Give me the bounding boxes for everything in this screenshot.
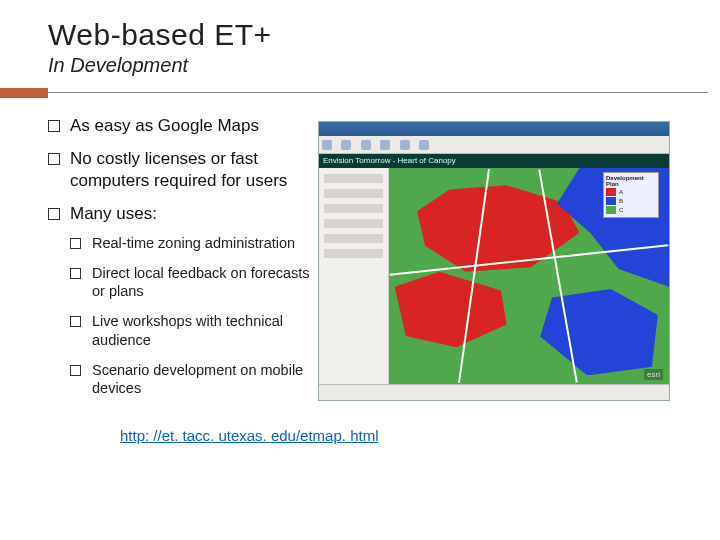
map-banner: Envision Tomorrow - Heart of Canopy (319, 154, 669, 168)
sub-bullet-item: Direct local feedback on forecasts or pl… (70, 264, 310, 300)
legend-swatch (606, 188, 616, 196)
sidebar-row (324, 174, 383, 183)
sub-bullet-text: Real-time zoning administration (92, 235, 295, 251)
legend-row: A (606, 188, 656, 196)
bullet-text: As easy as Google Maps (70, 116, 259, 135)
sub-bullet-item: Real-time zoning administration (70, 234, 310, 252)
sidebar-row (324, 219, 383, 228)
bullet-text: No costly licenses or fast computers req… (70, 149, 287, 189)
bullet-list: As easy as Google Maps No costly license… (48, 115, 310, 397)
legend-label: A (619, 189, 623, 195)
bullet-item: As easy as Google Maps (48, 115, 310, 136)
legend-label: B (619, 198, 623, 204)
image-column: Envision Tomorrow - Heart of Canopy (310, 115, 680, 409)
toolbar-icon (380, 140, 390, 150)
map-screenshot: Envision Tomorrow - Heart of Canopy (318, 121, 670, 401)
window-statusbar (319, 384, 669, 400)
sidebar-row (324, 204, 383, 213)
bullet-item: Many uses: Real-time zoning administrati… (48, 203, 310, 397)
horizontal-rule (48, 92, 708, 93)
title-rule (0, 83, 720, 101)
slide: Web-based ET+ In Development As easy as … (0, 0, 720, 540)
zone-red (395, 272, 507, 348)
slide-subtitle: In Development (0, 54, 720, 77)
window-titlebar (319, 122, 669, 136)
bullet-item: No costly licenses or fast computers req… (48, 148, 310, 191)
map-sidebar (319, 168, 389, 384)
legend-row: B (606, 197, 656, 205)
map-legend: Development Plan A B C (603, 172, 659, 218)
legend-swatch (606, 197, 616, 205)
sub-bullet-list: Real-time zoning administration Direct l… (70, 234, 310, 397)
legend-swatch (606, 206, 616, 214)
sub-bullet-text: Live workshops with technical audience (92, 313, 283, 347)
toolbar-icon (419, 140, 429, 150)
bullet-text: Many uses: (70, 204, 157, 223)
toolbar-icon (341, 140, 351, 150)
text-column: As easy as Google Maps No costly license… (0, 115, 310, 409)
legend-row: C (606, 206, 656, 214)
sidebar-row (324, 249, 383, 258)
sub-bullet-item: Live workshops with technical audience (70, 312, 310, 348)
sub-bullet-item: Scenario development on mobile devices (70, 361, 310, 397)
sub-bullet-text: Scenario development on mobile devices (92, 362, 303, 396)
sub-bullet-text: Direct local feedback on forecasts or pl… (92, 265, 310, 299)
zone-blue (540, 289, 658, 375)
map-watermark: esri (644, 369, 663, 380)
slide-body: As easy as Google Maps No costly license… (0, 115, 720, 409)
accent-bar (0, 88, 48, 98)
window-toolbar (319, 136, 669, 154)
legend-label: C (619, 207, 623, 213)
toolbar-icon (361, 140, 371, 150)
legend-title: Development Plan (606, 175, 656, 187)
toolbar-icon (322, 140, 332, 150)
slide-title: Web-based ET+ (0, 18, 720, 52)
sidebar-row (324, 189, 383, 198)
sidebar-row (324, 234, 383, 243)
toolbar-icon (400, 140, 410, 150)
source-link[interactable]: http: //et. tacc. utexas. edu/etmap. htm… (120, 427, 720, 444)
